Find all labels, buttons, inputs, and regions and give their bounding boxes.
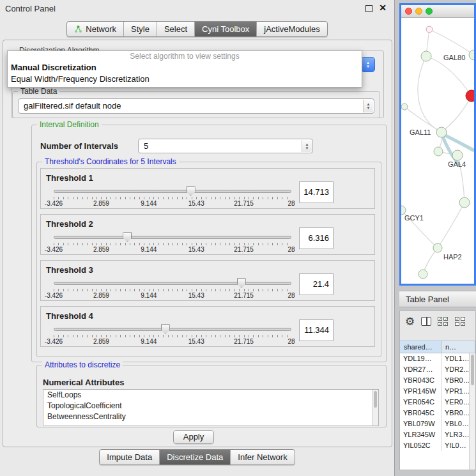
cell[interactable]: YDR27… (400, 364, 441, 375)
threshold-value-field[interactable]: 14.713 (299, 181, 334, 203)
list-item[interactable]: BetweennessCentrality (43, 411, 378, 422)
table-row[interactable]: YPR145WYPR1… (400, 386, 469, 397)
network-node-selected-red[interactable] (466, 90, 474, 102)
list-scrollbar[interactable] (372, 390, 378, 426)
network-canvas[interactable]: GAL80 GAL11 GAL4 GCY1 HAP2 (401, 18, 474, 284)
tab-select[interactable]: Select (157, 22, 195, 36)
threshold-2-slider[interactable]: -3.426 2.859 9.144 15.43 21.715 28 (54, 232, 291, 254)
network-node[interactable] (418, 270, 427, 279)
slider-thumb[interactable] (161, 324, 170, 334)
spinner-stepper-icon[interactable]: ▲ ▼ (302, 140, 312, 152)
table-row[interactable]: YLR345WYLR3… (400, 429, 469, 440)
threshold-4-slider[interactable]: -3.426 2.859 9.144 15.43 21.715 28 (54, 324, 291, 346)
slider-track[interactable] (54, 190, 291, 193)
gear-icon[interactable]: ⚙ (405, 316, 415, 327)
threshold-1-slider[interactable]: -3.426 2.859 9.144 15.43 21.715 28 (54, 186, 291, 208)
zoom-traffic-light-icon[interactable] (426, 8, 433, 15)
table-row[interactable]: YDR27…YDR2… (400, 364, 469, 375)
cell[interactable]: YLR3… (441, 429, 469, 440)
network-node-gal80[interactable] (421, 51, 431, 61)
threshold-value-field[interactable]: 21.4 (299, 273, 334, 295)
cell[interactable]: YDR2… (441, 364, 469, 375)
network-node[interactable] (426, 26, 433, 33)
cell[interactable]: YBL079W (400, 418, 441, 429)
deselect-columns-icon[interactable]: ✓ ✓ (455, 317, 466, 326)
numerical-attributes-list[interactable]: SelfLoops TopologicalCoefficient Between… (43, 389, 379, 426)
tab-label: Style (131, 24, 150, 34)
cell[interactable]: YBR0… (441, 375, 469, 386)
popup-option-equal-width[interactable]: Equal Width/Frequency Discretization (8, 73, 362, 85)
columns-icon[interactable] (421, 317, 431, 326)
popup-option-manual-discretization[interactable]: Manual Discretization (8, 62, 362, 73)
tab-jactivemodules[interactable]: jActiveModules (257, 22, 326, 36)
cell[interactable]: YBR045C (400, 408, 441, 418)
network-node-hap2[interactable] (433, 243, 442, 252)
tab-infer-network[interactable]: Infer Network (231, 450, 294, 464)
table-panel-header[interactable]: Table Panel (399, 291, 476, 307)
tab-cyni-toolbox[interactable]: Cyni Toolbox (195, 22, 257, 36)
slider-track[interactable] (54, 328, 291, 331)
apply-button[interactable]: Apply (173, 430, 214, 444)
cell[interactable]: YBL0… (441, 418, 469, 429)
column-header-shared-name[interactable]: shared… (400, 341, 441, 353)
cell[interactable]: YDL19… (400, 353, 441, 364)
combo-stepper-icon[interactable]: ▲ ▼ (363, 100, 373, 112)
network-view-window[interactable]: GAL80 GAL11 GAL4 GCY1 HAP2 (399, 3, 476, 286)
cell[interactable]: YBR0… (441, 408, 469, 418)
stepper-down-icon: ▼ (366, 65, 370, 68)
algorithm-combo-stepper[interactable]: ▲ ▼ (361, 57, 375, 72)
tab-style[interactable]: Style (124, 22, 157, 36)
cell[interactable]: YBR043C (400, 375, 441, 386)
table-row[interactable]: YDL19…YDL1… (400, 353, 469, 364)
cell[interactable]: YLR345W (400, 429, 441, 440)
slider-thumb[interactable] (237, 278, 246, 288)
table-body: YDL19…YDL1… YDR27…YDR2… YBR043CYBR0… YPR… (400, 353, 469, 470)
slider-thumb[interactable] (123, 232, 132, 242)
tab-network[interactable]: Network (67, 22, 124, 36)
table-scrollbar[interactable] (469, 353, 475, 470)
titlebar[interactable]: Control Panel ✕ (0, 0, 394, 17)
network-node[interactable] (434, 147, 443, 156)
slider-track[interactable] (54, 236, 291, 239)
cell[interactable]: YER054C (400, 397, 441, 408)
scrollbar-thumb[interactable] (471, 355, 474, 385)
cell[interactable]: YDL1… (441, 353, 469, 364)
network-window-titlebar[interactable] (401, 5, 474, 18)
scale-label: 2.859 (93, 200, 109, 207)
float-window-icon[interactable] (365, 5, 372, 12)
cell[interactable]: YIL052C (400, 440, 441, 451)
close-traffic-light-icon[interactable] (405, 8, 412, 15)
cell[interactable]: YIL0… (441, 440, 469, 451)
scrollbar-thumb[interactable] (374, 391, 377, 408)
table-row[interactable]: YBR043CYBR0… (400, 375, 469, 386)
threshold-value-field[interactable]: 6.316 (299, 227, 334, 249)
network-node-gal11[interactable] (436, 127, 447, 137)
select-all-columns-icon[interactable]: ✓✓ ✓✓ (438, 317, 449, 326)
top-tab-group: Network Style Select Cyni Toolbox jActiv… (66, 21, 327, 37)
table-row[interactable]: YER054CYER0… (400, 397, 469, 408)
threshold-3-slider[interactable]: -3.426 2.859 9.144 15.43 21.715 28 (54, 278, 291, 300)
table-data-combobox[interactable]: galFiltered.sif default node ▲ ▼ (18, 98, 374, 114)
cell[interactable]: YPR145W (400, 386, 441, 397)
table-row[interactable]: YBR045CYBR0… (400, 408, 469, 418)
tab-discretize-data[interactable]: Discretize Data (160, 450, 231, 464)
number-of-intervals-spinner[interactable]: 5 ▲ ▼ (138, 139, 313, 153)
column-header-name[interactable]: n… (441, 341, 475, 353)
network-node[interactable] (401, 104, 408, 110)
network-node-gal4[interactable] (452, 150, 463, 160)
slider-thumb[interactable] (187, 186, 196, 196)
network-node[interactable] (469, 50, 474, 60)
cell[interactable]: YPR1… (441, 386, 469, 397)
cell[interactable]: YER0… (441, 397, 469, 408)
table-row[interactable]: YBL079WYBL0… (400, 418, 469, 429)
tab-impute-data[interactable]: Impute Data (100, 450, 160, 464)
minimize-traffic-light-icon[interactable] (415, 8, 422, 15)
network-node-gcy1[interactable] (401, 206, 406, 215)
list-item[interactable]: TopologicalCoefficient (43, 401, 378, 411)
table-row[interactable]: YIL052CYIL0… (400, 440, 469, 451)
list-item[interactable]: SelfLoops (43, 390, 378, 401)
close-icon[interactable]: ✕ (379, 3, 387, 13)
network-node[interactable] (459, 197, 470, 208)
threshold-value-field[interactable]: 11.344 (299, 319, 334, 341)
slider-track[interactable] (54, 282, 291, 285)
